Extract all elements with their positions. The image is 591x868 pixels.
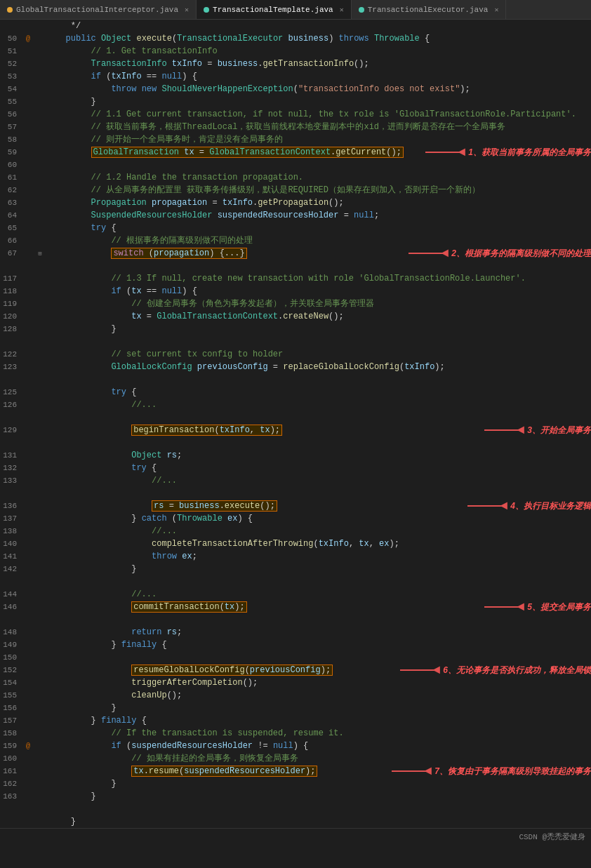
bottom-label: CSDN @禿禿爱健身	[519, 833, 585, 841]
code-line-157: 157 } finally {	[0, 714, 591, 727]
code-line-close: }	[0, 815, 591, 828]
code-line-133: 133 //...	[0, 474, 591, 487]
tab-close[interactable]: ✕	[494, 6, 498, 14]
code-line-62: 62 // 从全局事务的配置里 获取事务传播级别，默认是REQUIRED（如果存…	[0, 184, 591, 196]
tab-dot	[359, 7, 364, 13]
code-line-blank8	[0, 613, 591, 626]
code-line-141: 141 throw ex;	[0, 550, 591, 563]
code-line-156: 156 }	[0, 702, 591, 714]
code-line-131: 131 Object rs;	[0, 449, 591, 462]
code-line-150: 150	[0, 651, 591, 664]
code-line-66: 66 // 根据事务的隔离级别做不同的处理	[0, 234, 591, 247]
code-line-152: 152 resumeGlobalLockConfig(previousConfi…	[0, 664, 591, 676]
code-line-120: 120 tx = GlobalTransactionContext.create…	[0, 310, 591, 323]
tab-close[interactable]: ✕	[185, 6, 189, 14]
code-line-blank5	[0, 436, 591, 449]
code-line-160: 160 // 如果有挂起的全局事务，则恢复全局事务	[0, 752, 591, 765]
code-line-blank3	[0, 373, 591, 386]
code-line-148: 148 return rs;	[0, 626, 591, 639]
code-line-blank9	[0, 803, 591, 815]
code-line-51: 51 // 1. Get transactionInfo	[0, 45, 591, 58]
code-line-140: 140 completeTransactionAfterThrowing(txI…	[0, 538, 591, 550]
tab-label: TransactionalExecutor.java	[368, 6, 489, 14]
code-line-58: 58 // 则开始一个全局事务时，肯定是没有全局事务的	[0, 133, 591, 146]
code-line-132: 132 try {	[0, 462, 591, 474]
code-line-64: 64 SuspendedResourcesHolder suspendedRes…	[0, 209, 591, 222]
code-line-154: 154 triggerAfterCompletion();	[0, 676, 591, 689]
tab-label: GlobalTransactionalInterceptor.java	[16, 6, 178, 14]
code-line-blank7	[0, 575, 591, 588]
code-line-163: 163 }	[0, 790, 591, 803]
code-line-52: 52 TransactionInfo txInfo = business.get…	[0, 58, 591, 70]
tab-close[interactable]: ✕	[340, 6, 344, 14]
code-line-159: 159 @ if (suspendedResourcesHolder != nu…	[0, 740, 591, 752]
code-line-138: 138 //...	[0, 525, 591, 538]
code-line: */	[0, 20, 591, 32]
code-line-65: 65 try {	[0, 222, 591, 234]
code-line-155: 155 cleanUp();	[0, 689, 591, 702]
code-line-blank	[0, 260, 591, 272]
tab-transactional-executor[interactable]: TransactionalExecutor.java ✕	[352, 0, 507, 19]
code-line-blank4	[0, 411, 591, 424]
code-line-125: 125 try {	[0, 386, 591, 399]
editor-root: GlobalTransactionalInterceptor.java ✕ Tr…	[0, 0, 591, 845]
tab-bar: GlobalTransactionalInterceptor.java ✕ Tr…	[0, 0, 591, 20]
code-line-158: 158 // If the transaction is suspended, …	[0, 727, 591, 740]
code-line-blank2	[0, 335, 591, 348]
code-line-122: 122 // set current tx config to holder	[0, 348, 591, 361]
code-line-60: 60	[0, 159, 591, 171]
code-line-126: 126 //...	[0, 399, 591, 411]
code-line-56: 56 // 1.1 Get current transaction, if no…	[0, 108, 591, 121]
code-line-61: 61 // 1.2 Handle the transaction propaga…	[0, 171, 591, 184]
tab-global-transactional[interactable]: GlobalTransactionalInterceptor.java ✕	[0, 0, 197, 19]
code-line-67: 67 ⊞ switch (propagation) {...} ◄ 2、根据事务…	[0, 247, 591, 260]
code-line-119: 119 // 创建全局事务（角色为事务发起者），并关联全局事务管理器	[0, 298, 591, 310]
code-line-144: 144 //...	[0, 588, 591, 601]
tab-dot	[204, 7, 209, 13]
code-editor: */ 50 @ public Object execute(Transactio…	[0, 20, 591, 828]
code-line-161: 161 tx.resume(suspendedResourcesHolder);…	[0, 765, 591, 777]
bottom-bar: CSDN @禿禿爱健身	[0, 828, 591, 845]
code-line-142: 142 }	[0, 563, 591, 575]
code-line-63: 63 Propagation propagation = txInfo.getP…	[0, 196, 591, 209]
code-line-136: 136 rs = business.execute(); ◄ 4、执行目标业务逻…	[0, 500, 591, 512]
code-line-59: 59 GlobalTransaction tx = GlobalTransact…	[0, 146, 591, 159]
code-line-149: 149 } finally {	[0, 639, 591, 651]
code-line-137: 137 } catch (Throwable ex) {	[0, 512, 591, 525]
code-line-57: 57 // 获取当前事务，根据ThreadLocal，获取当前线程本地变量副本中…	[0, 121, 591, 133]
tab-transactional-template[interactable]: TransactionalTemplate.java ✕	[197, 0, 352, 19]
code-line-146: 146 commitTransaction(tx); ◄ 5、提交全局事务	[0, 601, 591, 613]
code-line-55: 55 }	[0, 95, 591, 108]
code-line-117: 117 // 1.3 If null, create new transacti…	[0, 272, 591, 285]
code-line-53: 53 if (txInfo == null) {	[0, 70, 591, 83]
code-line-50: 50 @ public Object execute(Transactional…	[0, 32, 591, 45]
code-line-blank6	[0, 487, 591, 500]
tab-dot	[7, 7, 13, 13]
code-line-54: 54 throw new ShouldNeverHappenException(…	[0, 83, 591, 95]
code-line-162: 162 }	[0, 777, 591, 790]
code-line-123: 123 GlobalLockConfig previousConfig = re…	[0, 361, 591, 373]
tab-label: TransactionalTemplate.java	[213, 6, 333, 14]
code-line-129: 129 beginTransaction(txInfo, tx); ◄ 3、开始…	[0, 424, 591, 436]
code-line-118: 118 if (tx == null) {	[0, 285, 591, 298]
code-line-128: 128 }	[0, 323, 591, 335]
